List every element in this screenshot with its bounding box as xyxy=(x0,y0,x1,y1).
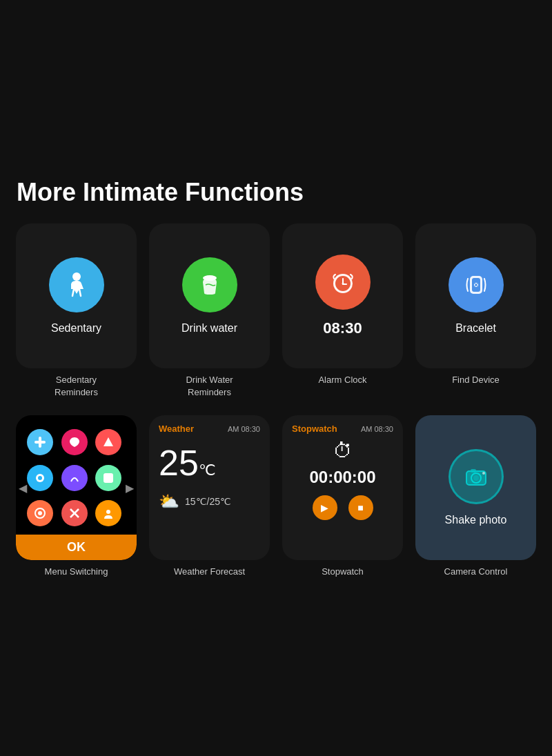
camera-card: Shake photo xyxy=(415,415,536,560)
stopwatch-header: Stopwatch AM 08:30 xyxy=(292,424,393,434)
sedentary-label: SedentaryReminders xyxy=(55,374,98,399)
weather-header: Weather AM 08:30 xyxy=(159,424,260,434)
app-icon-8 xyxy=(61,500,88,526)
alarm-time: 08:30 xyxy=(323,319,362,337)
camera-label: Camera Control xyxy=(444,566,508,578)
stopwatch-card: Stopwatch AM 08:30 ⏱ 00:00:00 ▶ ■ xyxy=(282,415,403,560)
stopwatch-clock-icon: ⏱ xyxy=(333,439,353,462)
menu-label: Menu Switching xyxy=(45,566,108,578)
app-icon-9 xyxy=(95,500,121,526)
stopwatch-label: Stopwatch xyxy=(322,566,364,578)
svg-point-0 xyxy=(72,272,81,281)
weather-card: Weather AM 08:30 25℃ ⛅ 15℃/25℃ xyxy=(149,415,270,560)
app-icon-2 xyxy=(61,429,88,455)
bracelet-cell: Bracelet Find Device xyxy=(413,223,538,399)
bracelet-card-text: Bracelet xyxy=(455,322,496,335)
stopwatch-play-button[interactable]: ▶ xyxy=(313,495,337,520)
stopwatch-display: 00:00:00 xyxy=(292,468,393,487)
svg-point-23 xyxy=(482,472,485,475)
weather-range-row: ⛅ 15℃/25℃ xyxy=(159,492,231,511)
sedentary-card-text: Sedentary xyxy=(51,322,101,335)
sedentary-icon xyxy=(49,257,104,312)
page-container: More Intimate Functions Sedentary Sedent… xyxy=(14,178,538,579)
page-title: More Intimate Functions xyxy=(14,178,304,207)
bracelet-card: Bracelet xyxy=(415,223,536,368)
weather-label: Weather xyxy=(159,424,194,434)
app-icon-4 xyxy=(27,465,53,491)
svg-point-12 xyxy=(38,476,42,480)
drink-label: Drink WaterReminders xyxy=(186,374,233,399)
svg-point-18 xyxy=(106,510,110,514)
weather-range: 15℃/25℃ xyxy=(185,496,231,507)
stopwatch-stop-button[interactable]: ■ xyxy=(348,495,373,520)
stopwatch-header-label: Stopwatch xyxy=(292,424,337,434)
alarm-card: 08:30 xyxy=(282,223,403,368)
sedentary-cell: Sedentary SedentaryReminders xyxy=(14,223,139,399)
alarm-label: Alarm Clock xyxy=(318,374,366,386)
stopwatch-time: AM 08:30 xyxy=(361,425,393,433)
bracelet-icon xyxy=(448,257,504,312)
stopwatch-icon-row: ⏱ xyxy=(292,439,393,462)
camera-icon xyxy=(448,449,504,504)
app-icon-3 xyxy=(95,429,121,455)
stopwatch-cell: Stopwatch AM 08:30 ⏱ 00:00:00 ▶ ■ Stopwa… xyxy=(280,415,405,578)
weather-label-bottom: Weather Forecast xyxy=(174,566,245,578)
menu-cell: ◀ ▶ OK Menu Switching xyxy=(14,415,139,578)
app-icon-1 xyxy=(27,429,53,455)
svg-point-21 xyxy=(473,475,479,481)
menu-card: ◀ ▶ OK xyxy=(16,415,137,560)
drink-icon xyxy=(182,257,237,312)
svg-point-4 xyxy=(342,282,344,284)
drink-card-text: Drink water xyxy=(181,322,237,335)
svg-rect-9 xyxy=(39,437,41,448)
weather-time: AM 08:30 xyxy=(228,425,260,433)
weather-temp-row: 25℃ xyxy=(159,439,216,484)
features-grid-row1: Sedentary SedentaryReminders Drink water… xyxy=(14,223,538,399)
drink-water-card: Drink water xyxy=(149,223,270,368)
stopwatch-controls: ▶ ■ xyxy=(292,495,393,520)
svg-marker-10 xyxy=(103,437,113,446)
app-icon-7 xyxy=(27,500,53,526)
svg-point-15 xyxy=(38,511,42,515)
cloud-icon: ⛅ xyxy=(159,492,179,511)
weather-temp: 25℃ xyxy=(159,445,216,481)
weather-unit: ℃ xyxy=(199,461,216,479)
menu-ok-bar: OK xyxy=(16,535,137,560)
alarm-icon xyxy=(315,255,371,310)
alarm-cell: 08:30 Alarm Clock xyxy=(280,223,405,399)
camera-card-text: Shake photo xyxy=(445,514,507,526)
camera-cell: Shake photo Camera Control xyxy=(413,415,538,578)
app-icon-6 xyxy=(95,465,121,491)
app-icon-5 xyxy=(61,465,88,491)
weather-cell: Weather AM 08:30 25℃ ⛅ 15℃/25℃ Weather F… xyxy=(147,415,272,578)
menu-icons-grid xyxy=(16,415,137,535)
svg-rect-22 xyxy=(471,469,476,472)
drink-water-cell: Drink water Drink WaterReminders xyxy=(147,223,272,399)
features-grid-row2: ◀ ▶ OK Menu Switching Weather AM 08:30 2… xyxy=(14,415,538,578)
bracelet-label: Find Device xyxy=(452,374,500,386)
svg-point-1 xyxy=(203,275,217,281)
svg-rect-13 xyxy=(103,473,113,483)
sedentary-card: Sedentary xyxy=(16,223,137,368)
